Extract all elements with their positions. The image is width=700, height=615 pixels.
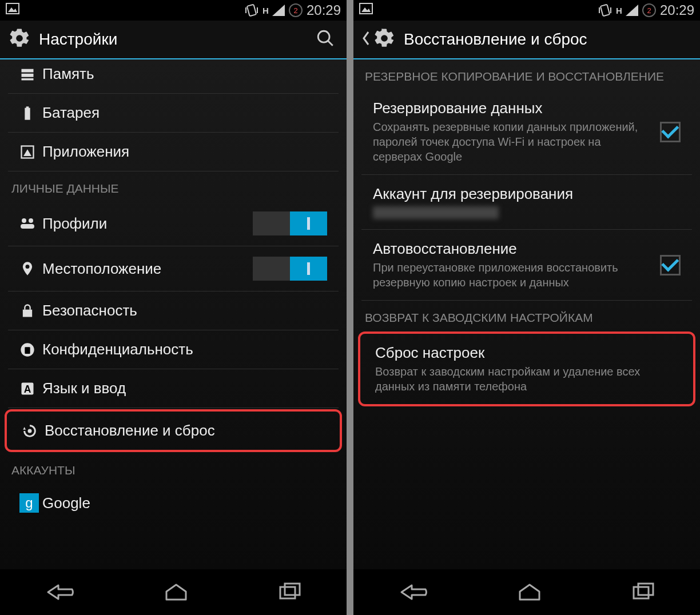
settings-item-memory[interactable]: Память (8, 59, 339, 94)
highlight-backup-reset: Восстановление и сброс (5, 409, 342, 452)
settings-item-label: Приложения (42, 143, 327, 161)
settings-item-label: Язык и ввод (42, 380, 327, 397)
nav-bar (353, 569, 700, 615)
item-subtitle: Сохранять резервные копии данных приложе… (373, 119, 653, 164)
item-title: Резервирование данных (373, 99, 653, 117)
svg-text:2: 2 (647, 6, 651, 15)
svg-marker-16 (23, 149, 31, 156)
settings-item-label: Память (42, 65, 327, 83)
settings-gear-icon (8, 27, 31, 52)
svg-point-26 (28, 429, 32, 433)
svg-rect-22 (25, 347, 30, 354)
auto-restore-checkbox[interactable] (660, 255, 681, 275)
svg-rect-29 (360, 3, 372, 14)
settings-item-backup-reset[interactable]: Восстановление и сброс (10, 412, 336, 450)
apps-icon (19, 144, 42, 160)
page-title: Восстановление и сброс (404, 30, 692, 49)
clock: 20:29 (660, 2, 694, 18)
section-header-backup: РЕЗЕРВНОЕ КОПИРОВАНИЕ И ВОССТАНОВЛЕНИЕ (353, 59, 700, 89)
nav-bar (0, 569, 347, 615)
screenshot-saved-icon (359, 3, 373, 18)
svg-marker-25 (23, 427, 26, 430)
profiles-toggle[interactable] (253, 211, 327, 235)
svg-rect-28 (285, 584, 300, 595)
search-button[interactable] (312, 25, 339, 54)
settings-item-label: Конфиденциальность (42, 341, 327, 358)
signal-icon (626, 5, 638, 16)
svg-rect-0 (6, 3, 19, 14)
item-title: Аккаунт для резервирования (373, 185, 681, 203)
status-bar: H 2 20:29 (0, 0, 347, 21)
section-header-factory: ВОЗВРАТ К ЗАВОДСКИМ НАСТРОЙКАМ (353, 301, 700, 330)
settings-item-location[interactable]: Местоположение (8, 246, 339, 291)
svg-text:A: A (24, 384, 31, 395)
item-subtitle: Возврат к заводским настройкам и удалени… (375, 364, 678, 394)
svg-marker-34 (626, 5, 638, 16)
app-header: Настройки (0, 21, 347, 59)
settings-item-profiles[interactable]: Профили (8, 201, 339, 246)
phone-right: H 2 20:29 Восстановление и сброс РЕЗЕРВН… (353, 0, 700, 615)
svg-rect-19 (21, 224, 34, 229)
svg-rect-13 (25, 107, 30, 119)
privacy-icon (19, 342, 42, 358)
nav-recent-button[interactable] (629, 582, 658, 602)
settings-item-apps[interactable]: Приложения (8, 133, 339, 171)
svg-rect-11 (22, 73, 34, 77)
clock: 20:29 (307, 2, 341, 18)
screenshot-saved-icon (6, 3, 19, 18)
settings-item-privacy[interactable]: Конфиденциальность (8, 330, 339, 369)
section-header-personal: ЛИЧНЫЕ ДАННЫЕ (0, 171, 347, 201)
back-button[interactable] (361, 30, 371, 49)
lock-icon (19, 303, 42, 319)
location-toggle[interactable] (253, 257, 327, 281)
nav-home-button[interactable] (515, 582, 544, 602)
highlight-factory-reset: Сброс настроек Возврат к заводским настр… (358, 332, 695, 406)
svg-rect-12 (22, 78, 34, 81)
nav-home-button[interactable] (162, 582, 190, 602)
settings-item-label: Местоположение (42, 260, 253, 278)
svg-text:2: 2 (293, 6, 297, 15)
item-auto-restore[interactable]: Автовосстановление При переустановке при… (361, 230, 692, 301)
app-header: Восстановление и сброс (353, 21, 700, 59)
svg-marker-30 (361, 7, 371, 12)
svg-rect-27 (280, 587, 295, 598)
settings-item-label: Профили (42, 215, 253, 233)
svg-rect-2 (247, 5, 256, 16)
nav-recent-button[interactable] (276, 582, 304, 602)
nav-back-button[interactable] (42, 582, 77, 602)
settings-item-label: Восстановление и сброс (45, 422, 325, 440)
settings-item-label: Безопасность (42, 302, 327, 320)
network-type-label: H (616, 6, 622, 15)
item-backup-data[interactable]: Резервирование данных Сохранять резервны… (361, 89, 692, 175)
network-type-label: H (262, 6, 269, 15)
battery-icon: 2 (642, 3, 657, 18)
signal-icon (272, 5, 285, 16)
settings-item-language[interactable]: A Язык и ввод (8, 369, 339, 408)
item-backup-account[interactable]: Аккаунт для резервирования (361, 175, 692, 230)
settings-item-security[interactable]: Безопасность (8, 291, 339, 330)
settings-item-google[interactable]: g Google (8, 483, 339, 523)
svg-point-18 (29, 218, 33, 223)
vibrate-icon (598, 4, 612, 17)
battery-icon (19, 105, 42, 121)
svg-point-8 (318, 31, 329, 42)
battery-icon: 2 (288, 3, 303, 18)
item-title: Сброс настроек (375, 344, 678, 362)
nav-back-button[interactable] (396, 582, 430, 602)
item-factory-reset[interactable]: Сброс настроек Возврат к заводским настр… (364, 334, 690, 404)
settings-gear-icon (373, 27, 396, 52)
svg-point-17 (22, 218, 26, 223)
phone-left: H 2 20:29 Настройки Память Батарея Прило… (0, 0, 347, 615)
svg-rect-37 (634, 587, 649, 598)
backup-data-checkbox[interactable] (660, 122, 681, 142)
google-icon: g (19, 493, 42, 513)
svg-rect-10 (22, 69, 34, 72)
account-email-redacted (373, 206, 499, 219)
restore-icon (22, 423, 45, 439)
profiles-icon (19, 217, 42, 230)
settings-item-battery[interactable]: Батарея (8, 94, 339, 133)
location-icon (19, 261, 42, 277)
svg-marker-5 (272, 5, 285, 16)
section-header-accounts: АККАУНТЫ (0, 453, 347, 483)
vibrate-icon (244, 4, 259, 17)
